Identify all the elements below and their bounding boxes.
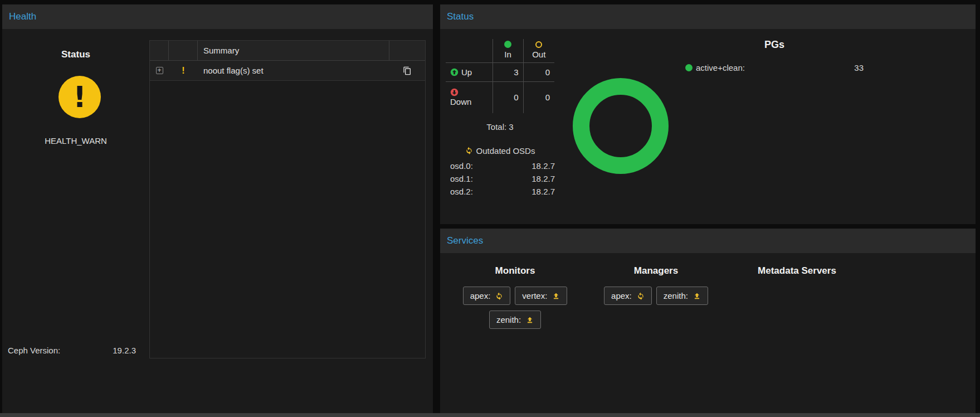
osd-version: 18.2.7 xyxy=(532,186,555,197)
health-status-heading: Status xyxy=(2,49,149,60)
list-item: osd.1: 18.2.7 xyxy=(446,173,555,186)
outdated-osds-header: Outdated OSDs xyxy=(446,146,554,156)
active-clean-dot-icon xyxy=(685,64,693,71)
refresh-icon xyxy=(495,292,503,300)
services-panel-title: Services xyxy=(447,235,483,246)
ceph-version-label: Ceph Version: xyxy=(8,346,60,355)
copy-cell xyxy=(389,61,425,80)
out-ring-icon xyxy=(535,41,542,48)
upgrade-icon xyxy=(526,316,534,324)
list-item: osd.2: 18.2.7 xyxy=(446,186,555,198)
status-panel-title: Status xyxy=(447,11,474,22)
monitors-column: Monitors apex: vertex: xyxy=(445,265,586,413)
services-panel: Services Monitors apex: vertex: xyxy=(440,229,976,413)
table-row[interactable]: + ! noout flag(s) set xyxy=(150,61,425,81)
manager-zenith-button[interactable]: zenith: xyxy=(656,287,708,305)
up-circle-icon xyxy=(450,68,459,76)
ceph-version-value: 19.2.3 xyxy=(113,346,136,355)
osd-out-header: Out xyxy=(523,39,554,63)
monitor-zenith-button[interactable]: zenith: xyxy=(489,311,541,329)
ceph-version-row: Ceph Version: 19.2.3 xyxy=(8,346,136,355)
expand-cell: + xyxy=(150,61,169,80)
out-label: Out xyxy=(532,50,545,59)
list-item: osd.0: 18.2.7 xyxy=(446,160,555,173)
osd-down-out-value: 0 xyxy=(523,82,554,113)
pgs-legend-label: active+clean: xyxy=(696,63,745,72)
ceph-dashboard: Health Status ! HEALTH_WARN Ceph Version… xyxy=(0,0,980,417)
managers-column: Managers apex: zenith: xyxy=(586,265,727,413)
osd-updown-block: In Out xyxy=(446,39,556,198)
copy-button[interactable] xyxy=(402,65,413,76)
monitor-apex-button[interactable]: apex: xyxy=(463,287,511,305)
status-panel-body: In Out xyxy=(440,29,976,224)
pgs-legend-value: 33 xyxy=(854,63,864,72)
in-label: In xyxy=(504,50,511,59)
service-name: apex: xyxy=(470,291,491,300)
warning-icon: ! xyxy=(182,66,184,76)
outdated-osds-list: osd.0: 18.2.7 osd.1: 18.2.7 osd.2: 18.2.… xyxy=(446,160,556,198)
pgs-title: PGs xyxy=(685,39,864,51)
refresh-icon xyxy=(465,147,473,154)
osd-total: Total: 3 xyxy=(446,122,554,132)
health-table-header: Summary xyxy=(150,41,425,61)
refresh-icon xyxy=(637,292,645,300)
summary-cell: noout flag(s) set xyxy=(198,61,389,80)
managers-buttons: apex: zenith: xyxy=(586,287,727,305)
right-column: Status In xyxy=(440,4,976,413)
osd-up-out-value: 0 xyxy=(523,63,554,82)
health-panel: Health Status ! HEALTH_WARN Ceph Version… xyxy=(2,4,433,413)
osd-name: osd.0: xyxy=(450,161,473,172)
down-circle-icon xyxy=(450,88,459,96)
service-name: vertex: xyxy=(522,291,547,300)
osd-up-in-value: 3 xyxy=(493,63,523,82)
osd-name: osd.2: xyxy=(450,186,473,197)
pgs-block: PGs active+clean: 33 xyxy=(685,39,864,72)
osd-in-out-table: In Out xyxy=(446,39,554,113)
flag-cell: ! xyxy=(169,61,198,80)
header-copy-column xyxy=(389,41,425,60)
in-dot-icon xyxy=(504,41,511,48)
copy-icon xyxy=(403,66,412,75)
metadata-servers-heading: Metadata Servers xyxy=(727,265,867,277)
metadata-servers-column: Metadata Servers xyxy=(727,265,867,413)
health-warning-icon: ! xyxy=(58,76,101,118)
health-status-column: Status ! HEALTH_WARN Ceph Version: 19.2.… xyxy=(2,29,149,413)
osd-version: 18.2.7 xyxy=(532,161,555,172)
health-state-text: HEALTH_WARN xyxy=(2,136,149,146)
services-panel-body: Monitors apex: vertex: xyxy=(440,253,976,413)
pgs-donut-chart xyxy=(573,78,669,174)
exclamation-glyph: ! xyxy=(73,83,86,111)
service-name: apex: xyxy=(611,291,632,300)
health-summary-table: Summary + ! noout flag(s) set xyxy=(149,40,426,358)
pgs-legend-row: active+clean: 33 xyxy=(685,63,864,72)
health-panel-body: Status ! HEALTH_WARN Ceph Version: 19.2.… xyxy=(2,29,433,413)
monitor-vertex-button[interactable]: vertex: xyxy=(515,287,567,305)
bottom-splitter[interactable] xyxy=(0,413,980,417)
service-name: zenith: xyxy=(496,315,521,324)
osd-up-row-label: Up xyxy=(446,63,493,82)
manager-apex-button[interactable]: apex: xyxy=(604,287,652,305)
header-flag-column xyxy=(169,41,198,60)
up-label: Up xyxy=(461,67,472,77)
health-panel-header: Health xyxy=(2,4,433,29)
monitors-buttons: apex: vertex: zenith: xyxy=(445,287,586,329)
upgrade-icon xyxy=(693,292,701,300)
outdated-osds-label: Outdated OSDs xyxy=(476,146,535,156)
summary-column-header[interactable]: Summary xyxy=(198,41,389,60)
expand-icon[interactable]: + xyxy=(156,67,163,74)
upgrade-icon xyxy=(552,292,560,300)
monitors-heading: Monitors xyxy=(445,265,586,277)
down-label: Down xyxy=(450,97,471,106)
osd-down-in-value: 0 xyxy=(493,82,523,113)
service-name: zenith: xyxy=(664,291,688,300)
osd-down-row-label: Down xyxy=(446,82,493,113)
managers-heading: Managers xyxy=(586,265,727,277)
services-panel-header: Services xyxy=(440,229,976,253)
status-panel-header: Status xyxy=(440,4,976,29)
header-expand-column xyxy=(150,41,169,60)
status-panel: Status In xyxy=(440,4,976,224)
osd-in-header: In xyxy=(493,39,523,63)
osd-name: osd.1: xyxy=(450,173,473,185)
osd-version: 18.2.7 xyxy=(532,173,555,185)
health-panel-title: Health xyxy=(9,11,36,22)
